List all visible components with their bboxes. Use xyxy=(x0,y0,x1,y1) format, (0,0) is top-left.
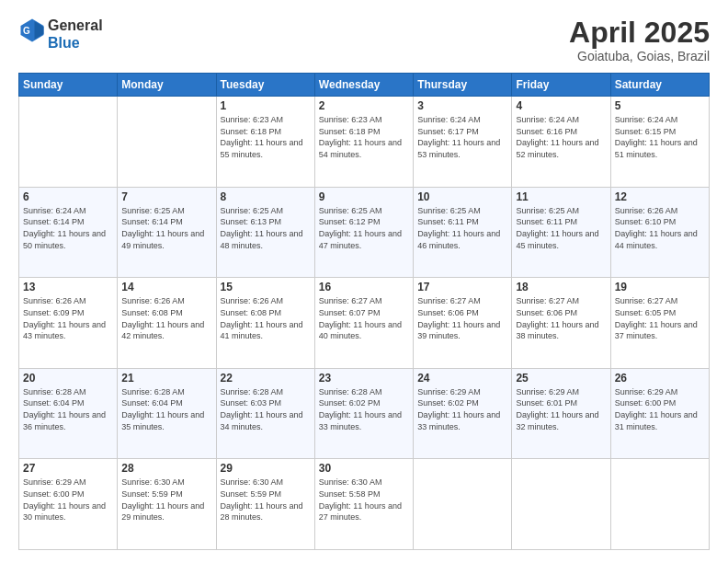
table-row: 18Sunrise: 6:27 AM Sunset: 6:06 PM Dayli… xyxy=(512,278,610,369)
week-row-4: 20Sunrise: 6:28 AM Sunset: 6:04 PM Dayli… xyxy=(19,368,710,459)
day-number: 26 xyxy=(615,372,705,385)
table-row: 10Sunrise: 6:25 AM Sunset: 6:11 PM Dayli… xyxy=(414,187,512,278)
table-row: 7Sunrise: 6:25 AM Sunset: 6:14 PM Daylig… xyxy=(118,187,216,278)
table-row: 9Sunrise: 6:25 AM Sunset: 6:12 PM Daylig… xyxy=(314,187,413,278)
week-row-1: 1Sunrise: 6:23 AM Sunset: 6:18 PM Daylig… xyxy=(19,97,710,188)
day-info: Sunrise: 6:29 AM Sunset: 6:00 PM Dayligh… xyxy=(23,477,113,523)
day-number: 20 xyxy=(23,372,113,385)
day-number: 16 xyxy=(319,281,409,293)
table-row: 15Sunrise: 6:26 AM Sunset: 6:08 PM Dayli… xyxy=(216,278,314,369)
header-row: Sunday Monday Tuesday Wednesday Thursday… xyxy=(19,74,710,97)
week-row-2: 6Sunrise: 6:24 AM Sunset: 6:14 PM Daylig… xyxy=(19,187,710,278)
day-info: Sunrise: 6:24 AM Sunset: 6:17 PM Dayligh… xyxy=(417,114,507,160)
table-row: 22Sunrise: 6:28 AM Sunset: 6:03 PM Dayli… xyxy=(216,368,314,459)
table-row: 17Sunrise: 6:27 AM Sunset: 6:06 PM Dayli… xyxy=(414,278,512,369)
day-info: Sunrise: 6:26 AM Sunset: 6:09 PM Dayligh… xyxy=(23,295,113,341)
table-row: 11Sunrise: 6:25 AM Sunset: 6:11 PM Dayli… xyxy=(512,187,610,278)
day-number: 18 xyxy=(516,281,606,293)
col-saturday: Saturday xyxy=(610,74,709,97)
day-info: Sunrise: 6:24 AM Sunset: 6:14 PM Dayligh… xyxy=(23,205,113,251)
day-number: 11 xyxy=(516,190,606,203)
title-month: April 2025 xyxy=(569,17,710,49)
col-monday: Monday xyxy=(118,74,216,97)
day-info: Sunrise: 6:29 AM Sunset: 6:00 PM Dayligh… xyxy=(615,386,705,432)
table-row xyxy=(19,97,118,188)
day-number: 17 xyxy=(417,281,507,293)
day-info: Sunrise: 6:25 AM Sunset: 6:11 PM Dayligh… xyxy=(516,205,606,251)
table-row xyxy=(610,459,709,550)
day-number: 2 xyxy=(319,99,409,112)
day-info: Sunrise: 6:25 AM Sunset: 6:11 PM Dayligh… xyxy=(417,205,507,251)
table-row: 1Sunrise: 6:23 AM Sunset: 6:18 PM Daylig… xyxy=(216,97,314,188)
col-wednesday: Wednesday xyxy=(314,74,413,97)
table-row: 21Sunrise: 6:28 AM Sunset: 6:04 PM Dayli… xyxy=(118,368,216,459)
day-info: Sunrise: 6:30 AM Sunset: 5:59 PM Dayligh… xyxy=(221,477,311,523)
table-row: 4Sunrise: 6:24 AM Sunset: 6:16 PM Daylig… xyxy=(512,97,610,188)
day-number: 1 xyxy=(221,99,311,112)
svg-text:G: G xyxy=(23,26,30,36)
day-info: Sunrise: 6:25 AM Sunset: 6:14 PM Dayligh… xyxy=(121,205,211,251)
header: G GeneralBlue April 2025 Goiatuba, Goias… xyxy=(18,17,710,63)
logo-icon: G xyxy=(18,17,46,44)
table-row: 16Sunrise: 6:27 AM Sunset: 6:07 PM Dayli… xyxy=(314,278,413,369)
week-row-3: 13Sunrise: 6:26 AM Sunset: 6:09 PM Dayli… xyxy=(19,278,710,369)
day-number: 13 xyxy=(23,281,113,293)
day-number: 19 xyxy=(615,281,705,293)
day-number: 7 xyxy=(121,190,211,203)
table-row: 19Sunrise: 6:27 AM Sunset: 6:05 PM Dayli… xyxy=(610,278,709,369)
day-info: Sunrise: 6:25 AM Sunset: 6:13 PM Dayligh… xyxy=(221,205,311,251)
table-row: 26Sunrise: 6:29 AM Sunset: 6:00 PM Dayli… xyxy=(610,368,709,459)
logo: G GeneralBlue xyxy=(18,17,103,52)
day-number: 8 xyxy=(221,190,311,203)
table-row: 13Sunrise: 6:26 AM Sunset: 6:09 PM Dayli… xyxy=(19,278,118,369)
day-number: 30 xyxy=(319,462,409,475)
day-info: Sunrise: 6:29 AM Sunset: 6:02 PM Dayligh… xyxy=(417,386,507,432)
day-number: 12 xyxy=(615,190,705,203)
day-number: 24 xyxy=(417,372,507,385)
day-info: Sunrise: 6:27 AM Sunset: 6:07 PM Dayligh… xyxy=(319,295,409,341)
day-info: Sunrise: 6:28 AM Sunset: 6:03 PM Dayligh… xyxy=(221,386,311,432)
page: G GeneralBlue April 2025 Goiatuba, Goias… xyxy=(0,0,728,563)
logo-blue: Blue xyxy=(48,35,80,51)
table-row: 5Sunrise: 6:24 AM Sunset: 6:15 PM Daylig… xyxy=(610,97,709,188)
day-info: Sunrise: 6:27 AM Sunset: 6:05 PM Dayligh… xyxy=(615,295,705,341)
day-number: 10 xyxy=(417,190,507,203)
day-number: 15 xyxy=(221,281,311,293)
table-row: 25Sunrise: 6:29 AM Sunset: 6:01 PM Dayli… xyxy=(512,368,610,459)
day-info: Sunrise: 6:25 AM Sunset: 6:12 PM Dayligh… xyxy=(319,205,409,251)
day-number: 14 xyxy=(121,281,211,293)
calendar-table: Sunday Monday Tuesday Wednesday Thursday… xyxy=(18,73,710,550)
day-info: Sunrise: 6:26 AM Sunset: 6:08 PM Dayligh… xyxy=(121,295,211,341)
table-row: 20Sunrise: 6:28 AM Sunset: 6:04 PM Dayli… xyxy=(19,368,118,459)
table-row xyxy=(512,459,610,550)
table-row xyxy=(414,459,512,550)
table-row: 28Sunrise: 6:30 AM Sunset: 5:59 PM Dayli… xyxy=(118,459,216,550)
table-row: 12Sunrise: 6:26 AM Sunset: 6:10 PM Dayli… xyxy=(610,187,709,278)
table-row xyxy=(118,97,216,188)
day-info: Sunrise: 6:23 AM Sunset: 6:18 PM Dayligh… xyxy=(221,114,311,160)
day-info: Sunrise: 6:29 AM Sunset: 6:01 PM Dayligh… xyxy=(516,386,606,432)
day-info: Sunrise: 6:28 AM Sunset: 6:04 PM Dayligh… xyxy=(23,386,113,432)
day-info: Sunrise: 6:26 AM Sunset: 6:10 PM Dayligh… xyxy=(615,205,705,251)
col-sunday: Sunday xyxy=(19,74,118,97)
title-location: Goiatuba, Goias, Brazil xyxy=(569,49,710,63)
col-friday: Friday xyxy=(512,74,610,97)
day-info: Sunrise: 6:28 AM Sunset: 6:02 PM Dayligh… xyxy=(319,386,409,432)
logo-text: GeneralBlue xyxy=(48,17,103,52)
day-info: Sunrise: 6:30 AM Sunset: 5:59 PM Dayligh… xyxy=(121,477,211,523)
day-number: 23 xyxy=(319,372,409,385)
day-info: Sunrise: 6:28 AM Sunset: 6:04 PM Dayligh… xyxy=(121,386,211,432)
day-info: Sunrise: 6:24 AM Sunset: 6:16 PM Dayligh… xyxy=(516,114,606,160)
day-info: Sunrise: 6:26 AM Sunset: 6:08 PM Dayligh… xyxy=(221,295,311,341)
day-number: 21 xyxy=(121,372,211,385)
day-number: 5 xyxy=(615,99,705,112)
day-number: 9 xyxy=(319,190,409,203)
col-tuesday: Tuesday xyxy=(216,74,314,97)
table-row: 2Sunrise: 6:23 AM Sunset: 6:18 PM Daylig… xyxy=(314,97,413,188)
table-row: 8Sunrise: 6:25 AM Sunset: 6:13 PM Daylig… xyxy=(216,187,314,278)
day-number: 22 xyxy=(221,372,311,385)
table-row: 23Sunrise: 6:28 AM Sunset: 6:02 PM Dayli… xyxy=(314,368,413,459)
table-row: 27Sunrise: 6:29 AM Sunset: 6:00 PM Dayli… xyxy=(19,459,118,550)
table-row: 30Sunrise: 6:30 AM Sunset: 5:58 PM Dayli… xyxy=(314,459,413,550)
day-info: Sunrise: 6:27 AM Sunset: 6:06 PM Dayligh… xyxy=(417,295,507,341)
